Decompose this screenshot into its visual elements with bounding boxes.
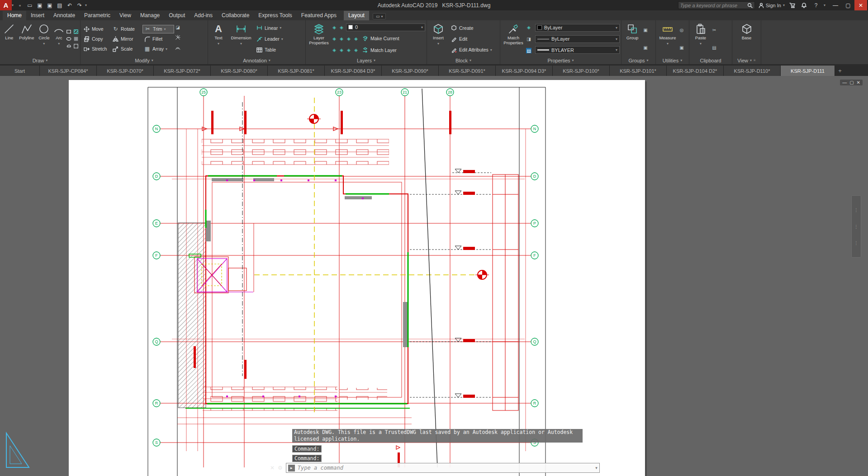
tab-view[interactable]: View [115, 11, 136, 20]
edit-block-button[interactable]: Edit [449, 35, 498, 43]
insert-button[interactable]: Insert▾ [428, 21, 448, 57]
tab-home[interactable]: Home [3, 11, 26, 20]
list-properties-icon[interactable]: ▤ [526, 48, 531, 53]
layer-off-icon[interactable]: ◈ [332, 36, 337, 41]
layer-dropdown[interactable]: 0 ▾ [346, 24, 425, 31]
table-button[interactable]: Table [255, 46, 304, 54]
ribbon-display-toggle[interactable]: ▭ ▾ [373, 13, 386, 19]
stretch-button[interactable]: Stretch [82, 45, 110, 53]
rectangle-tool-icon[interactable] [66, 29, 71, 34]
layer-lock-icon[interactable]: ◈ [346, 36, 351, 41]
edit-attributes-button[interactable]: Edit Attributes▾ [449, 46, 498, 54]
trim-button[interactable]: ✂ Trim▾ [142, 25, 174, 33]
panel-label-modify[interactable]: Modify▾ [81, 57, 208, 64]
help-icon[interactable]: ? [812, 2, 820, 9]
layer-properties-button[interactable]: Layer Properties [307, 21, 331, 57]
match-properties-button[interactable]: Match Properties [502, 21, 525, 57]
signin-control[interactable]: Sign In ▾ [759, 3, 785, 8]
panel-label-layers[interactable]: Layers▾ [306, 57, 427, 64]
make-current-button[interactable]: Make Current [360, 34, 401, 43]
polyline-button[interactable]: Polyline [18, 21, 35, 57]
linear-button[interactable]: Linear▾ [255, 24, 304, 32]
app-menu-caret-icon[interactable]: ▾ [12, 3, 14, 7]
group-edit-icon[interactable]: ▣ [643, 45, 648, 51]
file-tab[interactable]: KSR-SJP-D104 D2* [667, 66, 724, 76]
command-input-bar[interactable]: ▸ ▾ [286, 463, 600, 473]
new-tab-plus-icon[interactable]: + [835, 66, 845, 76]
plot-icon[interactable]: ▤ [55, 1, 64, 9]
command-customize-wrench-icon[interactable]: ⚙ [278, 465, 283, 471]
create-block-button[interactable]: Create [449, 24, 498, 32]
match-layer-button[interactable]: Match Layer [360, 46, 398, 54]
recent-commands-icon[interactable]: ▸ [288, 465, 295, 471]
file-tab-active[interactable]: KSR-SJP-D111 [781, 66, 835, 76]
tab-parametric[interactable]: Parametric [80, 11, 115, 20]
dimension-button[interactable]: Dimension▾ [228, 21, 254, 57]
layer-freeze-icon[interactable]: ◈ [339, 36, 344, 41]
offset-tool-icon[interactable] [175, 45, 180, 50]
rotate-button[interactable]: ↻ Rotate [111, 25, 142, 33]
redo-icon[interactable]: ↷ [75, 1, 84, 9]
app-store-cart-icon[interactable] [788, 2, 797, 8]
cut-icon[interactable]: ✂ [711, 28, 717, 33]
linetype-dropdown[interactable]: ByLayer ▾ [535, 35, 620, 43]
copy-button[interactable]: Copy [82, 35, 110, 43]
layer-walk-icon[interactable]: ◈ [353, 36, 359, 41]
quick-calc-icon[interactable]: ▣ [679, 45, 684, 51]
file-tab[interactable]: KSR-SJP-D090* [382, 66, 439, 76]
lineweight-dropdown[interactable]: BYLAYER ▾ [535, 46, 620, 54]
layer-merge-icon[interactable]: ◈ [332, 47, 337, 53]
undo-icon[interactable]: ↶ [65, 1, 74, 9]
file-tab-start[interactable]: Start [0, 66, 40, 76]
file-tab[interactable]: KSR-SJP-D110* [724, 66, 781, 76]
move-button[interactable]: Move [82, 25, 110, 33]
leader-button[interactable]: Leader▾ [255, 35, 304, 43]
file-tab[interactable]: KSR-SJP-D094 D3* [496, 66, 553, 76]
command-close-icon[interactable]: ✕ [270, 465, 275, 471]
panel-menu-icon[interactable]: ≡ [754, 58, 756, 62]
layer-delete-icon[interactable]: ◈ [339, 47, 344, 53]
new-file-icon[interactable]: ▫ [15, 1, 24, 9]
erase-tool-icon[interactable]: ◪ [175, 25, 180, 30]
qat-dropdown-icon[interactable]: ▾ [85, 3, 87, 7]
file-tab[interactable]: KSR-SJP-D072* [154, 66, 211, 76]
help-caret-icon[interactable]: ▾ [824, 3, 825, 7]
color-dropdown[interactable]: ByLayer ▾ [535, 24, 620, 32]
save-icon[interactable]: ▣ [35, 1, 44, 9]
maximize-button[interactable]: ▢ [842, 0, 854, 10]
fillet-button[interactable]: Fillet [142, 35, 174, 43]
palette-strip[interactable]: ⋮ ⋮ ⋮ [851, 195, 861, 258]
file-tab[interactable]: KSR-SJP-D100* [553, 66, 610, 76]
file-tab[interactable]: KSR-SJP-D091* [439, 66, 496, 76]
tab-annotate[interactable]: Annotate [49, 11, 80, 20]
search-icon[interactable] [747, 3, 753, 8]
file-tab[interactable]: KSR-SJP-D070* [97, 66, 154, 76]
measure-button[interactable]: Measure▾ [657, 21, 678, 57]
array-button[interactable]: ▦ Array▾ [142, 45, 174, 53]
panel-label-draw[interactable]: Draw▾ [0, 57, 80, 64]
tab-addins[interactable]: Add-ins [190, 11, 217, 20]
autocad-logo[interactable]: A [0, 0, 12, 10]
panel-label-groups[interactable]: Groups▾ [621, 57, 655, 64]
layer-previous-icon[interactable]: ◈ [346, 47, 351, 53]
revision-cloud-tool-icon[interactable] [66, 43, 71, 49]
minimize-button[interactable]: — [829, 0, 842, 10]
gradient-tool-icon[interactable] [73, 36, 79, 42]
boundary-tool-icon[interactable] [73, 43, 79, 49]
doc-restore-icon[interactable]: ▢ [849, 80, 854, 85]
explode-tool-icon[interactable] [175, 35, 180, 40]
group-button[interactable]: Group [623, 21, 642, 57]
chevron-down-icon[interactable]: ▾ [595, 466, 598, 470]
file-tab[interactable]: KSR-SJP-D084 D3* [325, 66, 382, 76]
copy-clip-icon[interactable]: ▤ [711, 45, 717, 51]
hatch-tool-icon[interactable] [73, 29, 79, 34]
panel-label-utilities[interactable]: Utilities▾ [656, 57, 689, 64]
mirror-button[interactable]: Mirror [111, 35, 142, 43]
doc-close-icon[interactable]: ✕ [857, 80, 860, 85]
text-button[interactable]: A Text▾ [209, 21, 228, 57]
ellipse-tool-icon[interactable] [66, 36, 71, 42]
file-tab[interactable]: KSR-SJP-CP084* [40, 66, 97, 76]
file-tab[interactable]: KSR-SJP-D101* [610, 66, 667, 76]
tab-manage[interactable]: Manage [136, 11, 164, 20]
file-tab[interactable]: KSR-SJP-D080* [211, 66, 268, 76]
